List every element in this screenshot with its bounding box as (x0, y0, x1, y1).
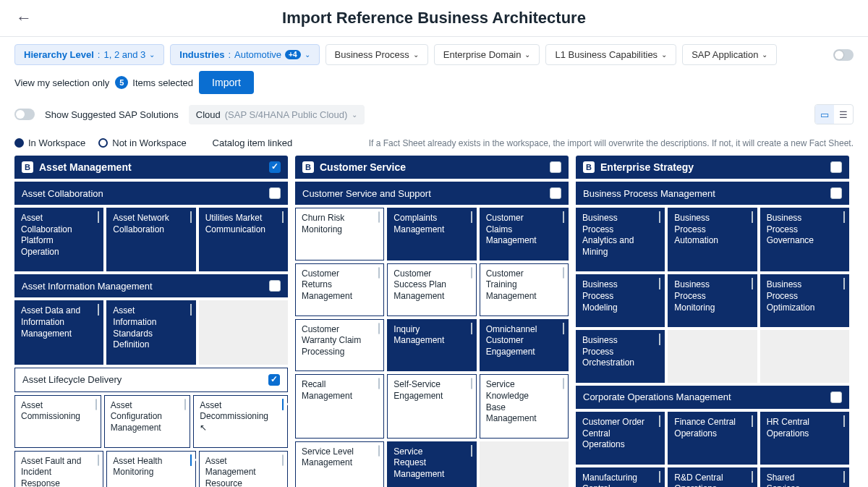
capability-card[interactable]: Customer Returns Management (295, 263, 384, 316)
checkbox[interactable] (98, 454, 99, 466)
column-header[interactable]: B Enterprise Strategy (576, 156, 849, 179)
checkbox[interactable] (98, 211, 99, 223)
checkbox[interactable] (184, 399, 186, 410)
capability-card[interactable]: Asset Decommissioning ↖ (193, 395, 288, 448)
checkbox[interactable] (268, 374, 280, 386)
capability-card[interactable]: Inquiry Management (387, 319, 476, 372)
capability-card[interactable]: Service Request Management (387, 441, 476, 487)
capability-card[interactable]: Business Process Monitoring (668, 274, 757, 327)
capability-card[interactable]: Customer Claims Management (480, 208, 569, 261)
checkbox[interactable] (659, 278, 660, 289)
group-header[interactable]: Customer Service and Support (295, 182, 569, 205)
checkbox[interactable] (378, 378, 380, 389)
capability-card[interactable]: Business Process Governance (760, 208, 849, 271)
checkbox[interactable] (378, 323, 380, 334)
capability-card[interactable]: Customer Warranty Claim Processing (295, 319, 384, 372)
capability-card[interactable]: Self-Service Engagement (387, 374, 476, 438)
view-selection-toggle[interactable] (833, 49, 854, 61)
checkbox[interactable] (269, 161, 281, 173)
capability-card[interactable]: Customer Order Central Operations (576, 412, 665, 465)
capability-card[interactable]: Complaints Management (387, 208, 476, 261)
checkbox[interactable] (282, 454, 284, 466)
checkbox[interactable] (95, 399, 97, 410)
sap-application-filter[interactable]: SAP Application⌄ (682, 44, 777, 65)
industries-filter[interactable]: Industries: Automotive +4 ⌄ (170, 44, 319, 65)
checkbox[interactable] (752, 278, 753, 289)
capability-card[interactable]: Asset Information Standards Definition (106, 300, 195, 364)
card-view-button[interactable]: ▭ (815, 105, 834, 124)
capability-card[interactable]: Customer Success Plan Management (387, 263, 476, 316)
checkbox[interactable] (98, 304, 99, 316)
capability-card[interactable]: Asset Configuration Management (104, 395, 191, 448)
checkbox[interactable] (659, 471, 660, 483)
capability-card[interactable]: Business Process Optimization (760, 274, 849, 327)
checkbox[interactable] (752, 415, 753, 427)
checkbox[interactable] (830, 391, 842, 403)
checkbox[interactable] (752, 211, 753, 223)
checkbox[interactable] (378, 267, 380, 279)
checkbox[interactable] (830, 161, 842, 173)
capability-card[interactable]: Business Process Orchestration (576, 330, 665, 383)
checkbox[interactable] (378, 211, 380, 223)
group-header[interactable]: Business Process Management (576, 182, 849, 205)
capability-card[interactable]: Service Level Management (295, 441, 384, 487)
capability-card[interactable]: Business Process Analytics and Mining (576, 208, 665, 271)
list-view-button[interactable]: ☰ (834, 105, 853, 124)
group-header[interactable]: Asset Collaboration (14, 182, 288, 205)
checkbox[interactable] (659, 334, 660, 345)
cloud-select[interactable]: Cloud (SAP S/4HANA Public Cloud) ⌄ (189, 105, 365, 124)
checkbox[interactable] (190, 304, 192, 316)
checkbox[interactable] (563, 267, 564, 279)
capability-card[interactable]: Asset Network Collaboration (106, 208, 195, 271)
enterprise-domain-filter[interactable]: Enterprise Domain⌄ (434, 44, 540, 65)
capability-card[interactable]: Asset Fault and Incident Response Manage… (14, 451, 103, 487)
capability-card[interactable]: Business Process Automation (668, 208, 757, 271)
capability-card[interactable]: Asset Health Monitoring (106, 451, 195, 487)
checkbox[interactable] (471, 378, 472, 389)
checkbox[interactable] (269, 187, 281, 199)
checkbox[interactable] (843, 211, 845, 223)
capability-card[interactable]: Shared Services Enablement (760, 467, 849, 487)
column-header[interactable]: B Asset Management (14, 156, 288, 179)
column-header[interactable]: B Customer Service (295, 156, 569, 179)
checkbox[interactable] (550, 161, 561, 173)
capability-card[interactable]: Omnichannel Customer Engagement (480, 319, 569, 372)
business-process-filter[interactable]: Business Process⌄ (326, 44, 428, 65)
checkbox[interactable] (471, 267, 472, 279)
checkbox[interactable] (659, 211, 660, 223)
capability-card[interactable]: Asset Commissioning (14, 395, 101, 448)
checkbox[interactable] (378, 445, 380, 457)
capability-card[interactable]: Utilities Market Communication (199, 208, 288, 271)
checkbox[interactable] (282, 211, 284, 223)
capability-card[interactable]: Asset Data and Information Management (14, 300, 103, 364)
checkbox[interactable] (843, 415, 845, 427)
group-header[interactable]: Corporate Operations Management (576, 386, 849, 409)
checkbox[interactable] (563, 378, 564, 389)
checkbox[interactable] (830, 187, 842, 199)
hierarchy-level-filter[interactable]: Hierarchy Level: 1, 2 and 3 ⌄ (14, 44, 164, 65)
capability-card[interactable]: Business Process Modeling (576, 274, 665, 327)
capability-card[interactable]: Service Knowledge Base Management (480, 374, 569, 438)
capability-card[interactable]: Finance Central Operations (668, 412, 757, 465)
capability-card[interactable]: Recall Management (295, 374, 384, 438)
back-arrow-icon[interactable]: ← (16, 9, 32, 27)
checkbox[interactable] (471, 445, 472, 457)
checkbox[interactable] (471, 323, 472, 334)
capability-card[interactable]: Manufacturing Central Operations (576, 467, 665, 487)
checkbox[interactable] (471, 211, 472, 223)
import-button[interactable]: Import (199, 71, 254, 94)
group-header[interactable]: Asset Lifecycle Delivery (14, 368, 288, 392)
capability-card[interactable]: Asset Collaboration Platform Operation (14, 208, 103, 271)
checkbox[interactable] (752, 471, 753, 483)
capability-card[interactable]: Customer Training Management (480, 263, 569, 316)
checkbox[interactable] (190, 454, 192, 466)
checkbox[interactable] (190, 211, 192, 223)
checkbox[interactable] (843, 471, 845, 483)
checkbox[interactable] (563, 323, 564, 334)
capability-card[interactable]: Asset Management Resource Planning (199, 451, 288, 487)
suggested-solutions-toggle[interactable] (14, 109, 35, 120)
checkbox[interactable] (269, 280, 281, 292)
capability-card[interactable]: Churn Risk Monitoring (295, 208, 384, 261)
capability-card[interactable]: HR Central Operations (760, 412, 849, 465)
checkbox[interactable] (563, 211, 564, 223)
